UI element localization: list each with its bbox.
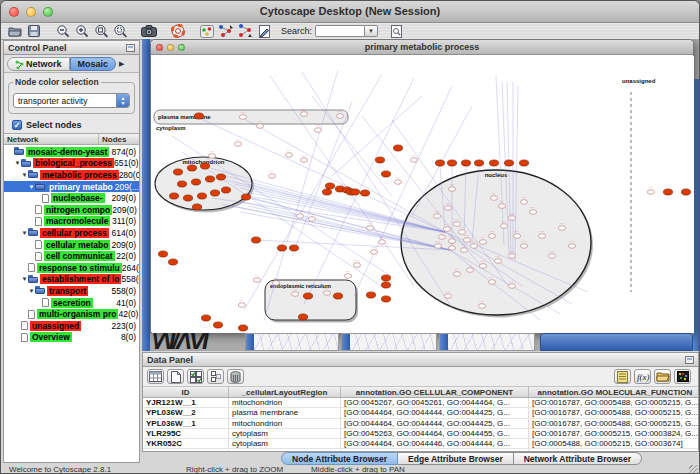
tab-edge-attribute-browser[interactable]: Edge Attribute Browser xyxy=(398,452,514,465)
background-window-sliver[interactable] xyxy=(245,333,339,351)
float-panel-icon[interactable] xyxy=(126,44,135,52)
table-header-row[interactable]: ID_cellularLayoutRegionannotation.GO CEL… xyxy=(143,387,698,398)
selected-gene-node[interactable] xyxy=(191,179,200,185)
function-builder-icon[interactable]: f(x) xyxy=(634,369,651,384)
selected-gene-node[interactable] xyxy=(303,293,312,299)
gene-node[interactable] xyxy=(568,244,575,249)
selected-gene-node[interactable] xyxy=(350,189,359,195)
gene-node[interactable] xyxy=(272,281,279,286)
search-dropdown-arrow[interactable]: ▼ xyxy=(365,25,378,37)
disclosure-triangle-icon[interactable]: ▼ xyxy=(21,172,28,178)
selected-gene-node[interactable] xyxy=(216,174,225,180)
delete-attribute-icon[interactable] xyxy=(227,369,244,384)
gene-node[interactable] xyxy=(366,226,373,231)
gene-node[interactable] xyxy=(508,254,515,259)
selected-gene-node[interactable] xyxy=(197,193,206,199)
disclosure-triangle-icon[interactable]: ▼ xyxy=(21,276,28,282)
gene-node[interactable] xyxy=(394,180,401,185)
gene-node[interactable] xyxy=(443,227,450,232)
network-graph[interactable]: plasma membranecytoplasmmitochondrionnuc… xyxy=(152,56,694,333)
attribute-grid[interactable]: ID_cellularLayoutRegionannotation.GO CEL… xyxy=(143,387,698,451)
selected-gene-node[interactable] xyxy=(519,160,528,166)
gene-node[interactable] xyxy=(323,291,330,296)
selected-gene-node[interactable] xyxy=(238,325,247,331)
selected-gene-node[interactable] xyxy=(192,204,201,210)
selected-gene-node[interactable] xyxy=(205,176,214,182)
tab-mosaic[interactable]: Mosaic xyxy=(70,57,117,71)
selected-gene-node[interactable] xyxy=(435,160,444,166)
gene-node[interactable] xyxy=(508,216,515,221)
layout-alt-icon[interactable] xyxy=(237,24,253,38)
selected-gene-node[interactable] xyxy=(177,181,186,187)
gene-node[interactable] xyxy=(448,187,455,192)
tree-row[interactable]: macromolecule311(0) xyxy=(4,216,139,228)
tree-row[interactable]: nucleobase-209(0) xyxy=(4,192,139,204)
gene-node[interactable] xyxy=(538,234,545,239)
gene-node[interactable] xyxy=(291,292,298,297)
gene-node[interactable] xyxy=(488,280,495,285)
tree-row[interactable]: unassigned223(0) xyxy=(4,320,139,332)
gene-node[interactable] xyxy=(494,259,501,264)
node-color-select[interactable]: transporter activity ▲▼ xyxy=(13,93,130,108)
zoom-out-icon[interactable] xyxy=(55,24,71,38)
selected-gene-node[interactable] xyxy=(375,157,384,163)
gene-node[interactable] xyxy=(479,240,486,245)
tree-column-headers[interactable]: Network Nodes xyxy=(4,133,139,145)
gene-node[interactable] xyxy=(513,234,520,239)
gene-node[interactable] xyxy=(488,234,495,239)
attribute-table-icon[interactable] xyxy=(147,369,164,384)
selected-gene-node[interactable] xyxy=(681,189,690,195)
gene-node[interactable] xyxy=(444,206,451,211)
gene-node[interactable] xyxy=(529,210,536,215)
tree-row[interactable]: ▼metabolic process280(0) xyxy=(4,169,139,181)
unselect-attributes-icon[interactable] xyxy=(207,369,224,384)
gene-node[interactable] xyxy=(296,214,303,219)
selected-gene-node[interactable] xyxy=(360,190,369,196)
selected-gene-node[interactable] xyxy=(210,190,219,196)
tree-row[interactable]: cell communicat22(0) xyxy=(4,250,139,262)
tree-row[interactable]: ▼biological_process651(0) xyxy=(4,158,139,170)
gene-node[interactable] xyxy=(548,254,555,259)
gene-node[interactable] xyxy=(478,304,485,309)
gene-node[interactable] xyxy=(370,250,377,255)
background-window-sliver[interactable] xyxy=(439,333,535,351)
gene-node[interactable] xyxy=(378,240,385,245)
network-canvas[interactable]: plasma membranecytoplasmmitochondrionnuc… xyxy=(152,56,694,333)
column-header[interactable]: _cellularLayoutRegion xyxy=(229,387,341,397)
tree-row[interactable]: nitrogen compo209(0) xyxy=(4,204,139,216)
selected-gene-node[interactable] xyxy=(325,183,334,189)
disclosure-triangle-icon[interactable]: ▼ xyxy=(28,288,35,294)
gene-node[interactable] xyxy=(353,263,360,268)
float-panel-icon[interactable] xyxy=(685,356,694,364)
selected-gene-node[interactable] xyxy=(187,165,196,171)
selected-gene-node[interactable] xyxy=(168,259,177,265)
gene-node[interactable] xyxy=(433,214,440,219)
gene-node[interactable] xyxy=(470,244,477,249)
gene-node[interactable] xyxy=(410,158,417,163)
gene-node[interactable] xyxy=(308,217,315,222)
tree-col-nodes[interactable]: Nodes xyxy=(99,134,139,144)
import-attributes-icon[interactable] xyxy=(654,369,671,384)
selected-gene-node[interactable] xyxy=(241,194,250,200)
tree-row[interactable]: cellular metabo209(0) xyxy=(4,239,139,251)
new-attribute-icon[interactable] xyxy=(167,369,184,384)
selected-gene-node[interactable] xyxy=(504,160,513,166)
gene-node[interactable] xyxy=(208,154,215,159)
save-icon[interactable] xyxy=(26,24,42,38)
snapshot-icon[interactable] xyxy=(141,24,157,38)
gene-node[interactable] xyxy=(438,235,445,240)
selected-gene-node[interactable] xyxy=(251,237,260,243)
column-header[interactable]: annotation.GO MOLECULAR_FUNCTION xyxy=(529,387,698,397)
network-view-window[interactable]: primary metabolic process plasma membran… xyxy=(150,39,694,333)
column-header[interactable]: annotation.GO CELLULAR_COMPONENT xyxy=(341,387,529,397)
notes-icon[interactable] xyxy=(614,369,631,384)
search-input[interactable] xyxy=(315,25,365,37)
selected-gene-node[interactable] xyxy=(663,189,672,195)
tree-row[interactable]: response to stimulu264(0) xyxy=(4,262,139,274)
vizmapper-icon[interactable] xyxy=(199,24,215,38)
gene-node[interactable] xyxy=(253,278,260,283)
selected-gene-node[interactable] xyxy=(169,193,178,199)
tab-overflow-arrow[interactable]: ▶ xyxy=(119,60,124,68)
selected-gene-node[interactable] xyxy=(213,322,222,328)
selected-gene-node[interactable] xyxy=(201,315,210,321)
